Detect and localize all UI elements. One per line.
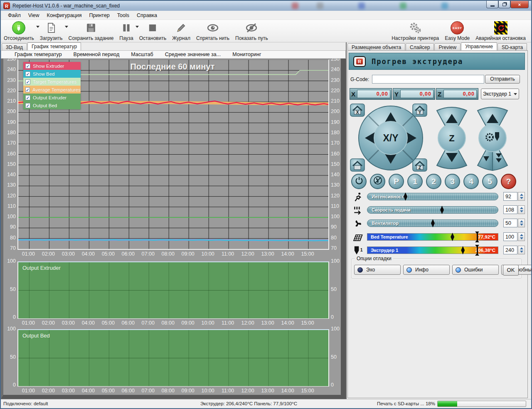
spin-up-icon[interactable] <box>520 247 523 249</box>
spin-down-icon[interactable] <box>520 197 523 199</box>
toolbar-button-save-job[interactable]: Сохранить задание <box>66 20 117 42</box>
slider-Вентилятор[interactable]: Вентилятор <box>367 219 498 227</box>
toolbar-label: Загрузить <box>40 35 63 41</box>
preset-3-button[interactable]: 3 <box>445 174 460 189</box>
jog-controls: X Y <box>350 103 517 174</box>
y-axis-label: 110 <box>331 203 343 209</box>
temp-bar-Bed Temperature[interactable]: Bed Temperature77,92°C <box>367 233 498 241</box>
debug-Эхо-button[interactable]: Эхо <box>354 265 401 275</box>
tab-3D-Вид[interactable]: 3D-Вид <box>2 43 27 50</box>
spin-up-icon[interactable] <box>520 220 523 222</box>
legend-checkbox[interactable]: ✓ <box>25 79 30 84</box>
spinner-arrows[interactable] <box>518 219 525 227</box>
legend-checkbox[interactable]: ✓ <box>25 71 30 76</box>
chart-menu-Мониторинг[interactable]: Мониторинг <box>227 51 267 58</box>
gcode-input[interactable] <box>372 75 484 84</box>
slider-value-input[interactable]: 108 <box>503 205 517 214</box>
park-button[interactable]: P <box>389 174 404 189</box>
menu-tools[interactable]: Tools <box>113 11 133 20</box>
chart-menu-Масштаб[interactable]: Масштаб <box>125 51 159 58</box>
spin-down-icon[interactable] <box>520 224 523 226</box>
tab-График температур[interactable]: График температур <box>27 42 81 50</box>
toolbar-button-easy-mode[interactable]: EASYEasy Mode <box>442 20 473 42</box>
fan-toggle-button[interactable] <box>370 174 385 189</box>
svg-text:Z: Z <box>419 165 421 170</box>
temp-setpoint-input[interactable]: 240 <box>503 246 517 254</box>
legend-checkbox[interactable]: ✓ <box>25 87 30 92</box>
temp-target-marker[interactable] <box>477 245 478 256</box>
x-axis-label: 02:00 <box>38 388 58 394</box>
home-x-button[interactable]: X <box>350 104 365 116</box>
spinner-arrows[interactable] <box>518 192 525 201</box>
send-gcode-button[interactable]: Отправить <box>485 75 520 84</box>
spin-down-icon[interactable] <box>520 237 523 239</box>
menu-view[interactable]: View <box>25 11 43 20</box>
help-button[interactable]: ? <box>501 174 516 189</box>
legend-label: Output Extruder <box>33 95 66 100</box>
spinner-arrows[interactable] <box>518 246 525 254</box>
slider-Скорость подачи[interactable]: Скорость подачи <box>367 206 498 214</box>
home-all-button[interactable] <box>350 159 365 171</box>
legend-checkbox[interactable]: ✓ <box>25 103 30 108</box>
tab-Preview[interactable]: Preview <box>434 43 461 50</box>
tab-Размещение объекта[interactable]: Размещение объекта <box>347 43 405 50</box>
y-axis-label: 200 <box>3 108 16 114</box>
toolbar-button-stop[interactable]: Остановить <box>136 20 170 42</box>
spin-down-icon[interactable] <box>520 251 523 253</box>
debug-Инфо-button[interactable]: Инфо <box>403 265 450 275</box>
close-button[interactable]: × <box>510 1 529 8</box>
menu-конфигурация[interactable]: Конфигурация <box>43 11 86 20</box>
spin-up-icon[interactable] <box>520 207 523 209</box>
preset-5-button[interactable]: 5 <box>482 174 498 189</box>
temp-target-marker[interactable] <box>477 232 478 242</box>
extruder-select[interactable]: Экструдер 1 <box>481 89 519 99</box>
temp-bar-Экструдер 1[interactable]: Экструдер 1206,38°C <box>367 246 498 254</box>
y-axis-label: 170 <box>3 140 16 146</box>
temp-setpoint-input[interactable]: 100 <box>503 232 517 241</box>
preset-4-button[interactable]: 4 <box>463 174 479 189</box>
toolbar-button-plug[interactable]: Отсоединить <box>1 20 37 42</box>
slider-label: Скорость подачи <box>372 207 411 212</box>
tab-SD-карта[interactable]: SD-карта <box>498 43 527 50</box>
home-z-button[interactable]: Z <box>413 159 427 171</box>
spin-up-icon[interactable] <box>520 194 523 196</box>
tab-Слайсер[interactable]: Слайсер <box>406 43 434 50</box>
x-axis-label: 09:00 <box>178 251 198 257</box>
toolbar-button-printer-settings-gears[interactable]: Настройки принтера <box>389 20 442 42</box>
slider-Интенсивность[interactable]: Интенсивность <box>367 193 498 200</box>
restore-button[interactable] <box>498 1 510 8</box>
spinner-arrows[interactable] <box>518 205 525 214</box>
toolbar-label: Спрятать нить <box>196 35 229 41</box>
legend-checkbox[interactable]: ✓ <box>25 95 30 100</box>
menu-справка[interactable]: Справка <box>133 11 161 20</box>
spinner-arrows[interactable] <box>518 232 525 241</box>
svg-text:1: 1 <box>360 247 363 252</box>
legend-checkbox[interactable]: ✓ <box>25 64 30 69</box>
svg-text:Y: Y <box>419 110 421 115</box>
spin-up-icon[interactable] <box>520 234 523 236</box>
toolbar-button-log-pencil[interactable]: Журнал <box>169 20 193 42</box>
toolbar-button-travel-eye-off[interactable]: Показать путь <box>232 20 271 42</box>
toolbar-button-pause[interactable]: Пауза <box>116 20 136 42</box>
tab-Управление[interactable]: Управление <box>461 42 497 50</box>
toolbar-label: Easy Mode <box>445 35 470 41</box>
toolbar-button-filament-eye[interactable]: Спрятать нить <box>193 20 232 42</box>
ok-button[interactable]: OK <box>503 265 519 276</box>
slider-value-input[interactable]: 50 <box>503 219 517 227</box>
chart-menu-График температур[interactable]: График температур <box>9 51 68 58</box>
power-button[interactable] <box>351 174 367 189</box>
home-y-button[interactable]: Y <box>413 104 427 116</box>
menu-файл[interactable]: Файл <box>4 11 25 20</box>
minimize-button[interactable] <box>486 1 498 8</box>
toolbar-button-load-file[interactable]: Загрузить <box>37 20 66 42</box>
slider-value-input[interactable]: 92 <box>503 192 517 201</box>
preset-2-button[interactable]: 2 <box>426 174 441 189</box>
y-axis-label: 150 <box>331 161 343 167</box>
chart-menu-Среднее значение за...[interactable]: Среднее значение за... <box>159 51 227 58</box>
menu-принтер[interactable]: Принтер <box>86 11 113 20</box>
toolbar-button-emergency-stop[interactable]: Аварийная остановка <box>473 20 529 42</box>
spin-down-icon[interactable] <box>520 210 523 212</box>
preset-1-button[interactable]: 1 <box>407 174 423 189</box>
chart-menu-Временной период[interactable]: Временной период <box>68 51 126 58</box>
debug-Ошибки-button[interactable]: Ошибки <box>452 265 499 275</box>
